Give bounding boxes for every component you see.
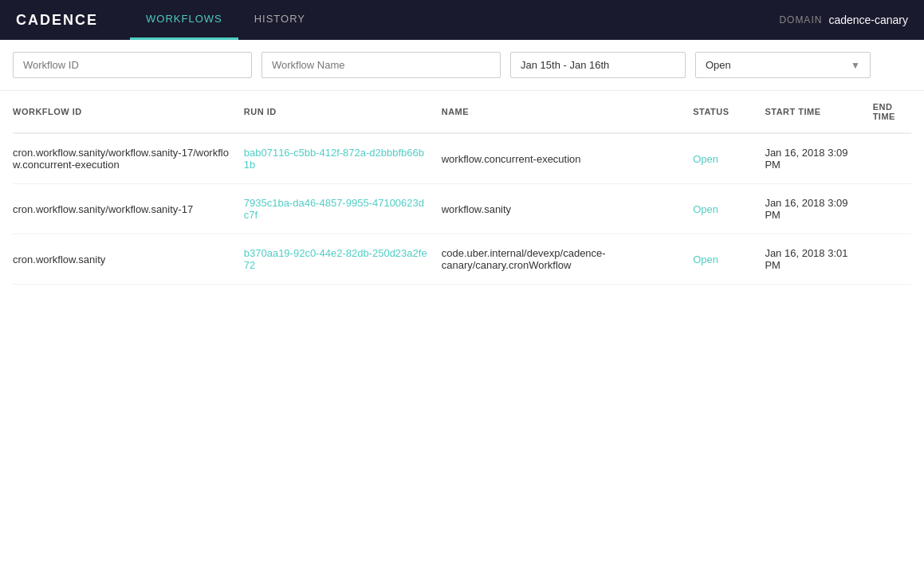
nav-links: WORKFLOWS HISTORY — [130, 0, 779, 40]
cell-start-time: Jan 16, 2018 3:09 PM — [758, 184, 866, 234]
domain-value: cadence-canary — [828, 14, 908, 26]
cell-workflow-id: cron.workflow.sanity — [13, 234, 238, 285]
cell-name: code.uber.internal/devexp/cadence-canary… — [435, 234, 687, 285]
date-range-input[interactable] — [510, 52, 686, 78]
status-badge: Open — [693, 153, 718, 165]
brand-logo: CADENCE — [16, 12, 98, 29]
cell-start-time: Jan 16, 2018 3:01 PM — [758, 234, 866, 285]
cell-start-time: Jan 16, 2018 3:09 PM — [758, 133, 866, 184]
status-badge: Open — [693, 254, 718, 265]
cell-run-id[interactable]: 7935c1ba-da46-4857-9955-47100623dc7f — [238, 184, 435, 234]
cell-name: workflow.sanity — [435, 184, 687, 234]
run-id-link[interactable]: 7935c1ba-da46-4857-9955-47100623dc7f — [244, 197, 424, 221]
col-header-status: STATUS — [686, 91, 758, 133]
table-body: cron.workflow.sanity/workflow.sanity-17/… — [13, 133, 911, 285]
cell-status: Open — [686, 184, 758, 234]
domain-info: DOMAIN cadence-canary — [779, 14, 908, 26]
workflows-table-container: WORKFLOW ID RUN ID NAME STATUS START TIM… — [0, 91, 924, 285]
col-header-end-time: END TIME — [867, 91, 911, 133]
nav-history[interactable]: HISTORY — [238, 0, 321, 40]
cell-status: Open — [686, 133, 758, 184]
table-header: WORKFLOW ID RUN ID NAME STATUS START TIM… — [13, 91, 911, 133]
cell-end-time — [867, 234, 911, 285]
cell-run-id[interactable]: b370aa19-92c0-44e2-82db-250d23a2fe72 — [238, 234, 435, 285]
col-header-run-id: RUN ID — [238, 91, 435, 133]
domain-label: DOMAIN — [779, 14, 822, 26]
workflow-id-input[interactable] — [13, 52, 252, 78]
cell-run-id[interactable]: bab07116-c5bb-412f-872a-d2bbbfb66b1b — [238, 133, 435, 184]
workflow-name-input[interactable] — [261, 52, 501, 78]
chevron-down-icon: ▼ — [851, 60, 860, 71]
run-id-link[interactable]: b370aa19-92c0-44e2-82db-250d23a2fe72 — [244, 247, 427, 271]
col-header-start-time: START TIME — [758, 91, 866, 133]
run-id-link[interactable]: bab07116-c5bb-412f-872a-d2bbbfb66b1b — [244, 147, 424, 171]
cell-end-time — [867, 184, 911, 234]
col-header-workflow-id: WORKFLOW ID — [13, 91, 238, 133]
table-row: cron.workflow.sanity b370aa19-92c0-44e2-… — [13, 234, 911, 285]
table-header-row: WORKFLOW ID RUN ID NAME STATUS START TIM… — [13, 91, 911, 133]
navbar: CADENCE WORKFLOWS HISTORY DOMAIN cadence… — [0, 0, 924, 40]
cell-workflow-id: cron.workflow.sanity/workflow.sanity-17/… — [13, 133, 238, 184]
cell-name: workflow.concurrent-execution — [435, 133, 687, 184]
status-badge: Open — [693, 203, 718, 215]
col-header-name: NAME — [435, 91, 687, 133]
table-row: cron.workflow.sanity/workflow.sanity-17 … — [13, 184, 911, 234]
nav-workflows[interactable]: WORKFLOWS — [130, 0, 238, 40]
cell-end-time — [867, 133, 911, 184]
status-dropdown-value: Open — [706, 59, 731, 71]
status-dropdown[interactable]: Open ▼ — [695, 52, 871, 78]
cell-status: Open — [686, 234, 758, 285]
table-row: cron.workflow.sanity/workflow.sanity-17/… — [13, 133, 911, 184]
workflows-table: WORKFLOW ID RUN ID NAME STATUS START TIM… — [13, 91, 911, 285]
cell-workflow-id: cron.workflow.sanity/workflow.sanity-17 — [13, 184, 238, 234]
filter-bar: Open ▼ — [0, 40, 924, 91]
